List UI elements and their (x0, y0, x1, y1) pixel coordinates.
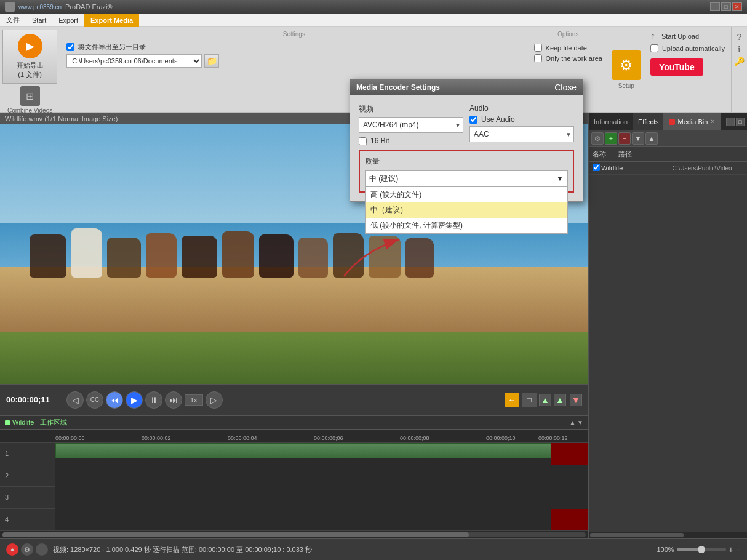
horse-8 (298, 238, 328, 278)
quality-option-medium[interactable]: 中（建议） (366, 202, 567, 218)
goto-start-button[interactable]: ⏮ (106, 391, 123, 409)
tab-information[interactable]: Information (589, 113, 633, 130)
folder-browse-button[interactable]: 📁 (204, 54, 219, 68)
16bit-checkbox[interactable] (359, 137, 367, 145)
panel-down-button[interactable]: ▼ (632, 132, 644, 145)
help-icon[interactable]: ? (737, 32, 742, 42)
quality-dropdown[interactable]: 中 (建议) ▼ 高 (较大的文件) 中（建议） 低 (较小的文件, 计算密集型… (365, 170, 568, 186)
tab-media-bin[interactable]: Media Bin ✕ (664, 113, 721, 130)
quality-option-low[interactable]: 低 (较小的文件, 计算密集型) (366, 218, 567, 233)
horse-2 (71, 228, 102, 278)
horse-10 (369, 236, 401, 278)
audio-label: Audio (469, 104, 574, 113)
scrollbar-track[interactable] (2, 532, 586, 537)
timeline-scrollbar[interactable] (0, 530, 588, 538)
combine-videos-button[interactable]: ⊞ Combine Videos (2, 84, 57, 116)
zoom-in-button[interactable]: ▲ (539, 394, 551, 406)
pause-button[interactable]: ⏸ (145, 391, 162, 409)
list-item[interactable]: Wildlife C:\Users\Public\Video (589, 162, 747, 175)
track-controls: ▲ ▼ (569, 419, 583, 426)
export-button[interactable]: ▶ 开始导出 (1 文件) (2, 30, 57, 84)
quality-option-high[interactable]: 高 (较大的文件) (366, 187, 567, 202)
path-select[interactable]: C:\Users\pc0359.cn-06\Documents (66, 54, 202, 68)
setup-label: Setup (618, 82, 634, 89)
right-panel-scrollbar[interactable] (589, 532, 747, 538)
track-numbers: 1 2 3 4 (0, 443, 55, 530)
export-dir-checkbox[interactable] (66, 43, 74, 51)
zoom-slider-thumb[interactable] (698, 546, 705, 553)
youtube-button[interactable]: YouTube (650, 58, 703, 76)
out-point-button[interactable]: □ (522, 393, 537, 407)
zoom-slider[interactable] (677, 548, 726, 551)
keep-file-date-label: Keep file date (546, 44, 587, 52)
record-button[interactable]: ● (6, 543, 18, 556)
track-content-area (55, 443, 588, 530)
item-checkbox-cell (593, 164, 601, 172)
next-section-button[interactable]: ▷ (206, 391, 223, 409)
tab-effects[interactable]: Effects (633, 113, 664, 130)
panel-remove-button[interactable]: − (618, 132, 631, 145)
audio-codec-select[interactable]: AAC (469, 126, 574, 142)
minus-button[interactable]: − (36, 543, 48, 556)
item-checkbox[interactable] (593, 164, 600, 171)
info-icon[interactable]: ℹ (738, 44, 741, 54)
menu-start[interactable]: Start (26, 14, 52, 27)
menu-export-media[interactable]: Export Media (84, 14, 139, 27)
bottom-bar: ● ⚙ − 视频: 1280×720 · 1.000 0.429 秒 逐行扫描 … (0, 538, 747, 560)
quality-select-box[interactable]: 中 (建议) ▼ (365, 170, 568, 186)
media-encoder-dialog[interactable]: Media Encoder Settings Close 视频 AVC/H264… (350, 79, 583, 202)
tab-media-bin-close[interactable]: ✕ (710, 118, 715, 125)
title-bar: www.pc0359.cn ProDAD Erazi® ─ □ ✕ (0, 0, 747, 14)
quality-arrow-icon: ▼ (556, 174, 564, 183)
only-work-area-checkbox[interactable] (534, 54, 542, 62)
close-button[interactable]: ✕ (732, 2, 742, 11)
upload-auto-checkbox[interactable] (650, 44, 658, 52)
prev-section-button[interactable]: ◁ (66, 391, 84, 409)
panel-up-button[interactable]: ▲ (645, 132, 658, 145)
help-section: ? ℹ 🔑 (732, 27, 747, 112)
minimize-button[interactable]: ─ (710, 2, 720, 11)
zoom-out-button[interactable]: − (736, 545, 741, 554)
menu-file[interactable]: 文件 (0, 14, 26, 27)
zoom-down-button[interactable]: ▼ (570, 394, 582, 406)
next-frame-button[interactable]: ⏭ (165, 391, 182, 409)
quality-label: 质量 (365, 156, 568, 167)
panel-maximize-button[interactable]: □ (736, 118, 745, 126)
dialog-title-bar: Media Encoder Settings Close (350, 79, 583, 95)
only-work-area-label: Only the work area (546, 55, 602, 62)
quality-dropdown-list[interactable]: 高 (较大的文件) 中（建议） 低 (较小的文件, 计算密集型) (365, 186, 568, 234)
use-audio-checkbox[interactable] (469, 116, 477, 124)
horses-group (30, 228, 434, 278)
video-codec-select[interactable]: AVC/H264 (mp4) (359, 117, 463, 133)
upload-section: ↑ Start Upload Upload automatically YouT… (644, 27, 732, 112)
panel-minimize-button[interactable]: ─ (726, 118, 735, 126)
main-clip[interactable] (55, 443, 551, 458)
setup-button[interactable]: ⚙ (612, 50, 641, 80)
ruler-mark-2: 00:00:00;02 (142, 435, 171, 441)
play-button[interactable]: ▶ (126, 391, 143, 409)
in-point-button[interactable]: ← (505, 393, 519, 407)
upload-auto-label: Upload automatically (662, 45, 725, 52)
panel-gear-button[interactable]: ⚙ (591, 132, 604, 145)
video-title: Wildlife.wmv (1/1 Normal Image Size) (5, 115, 118, 122)
scrollbar-thumb[interactable] (2, 532, 469, 537)
zoom-in-button[interactable]: + (729, 545, 733, 554)
subtitle-button[interactable]: CC (86, 391, 103, 409)
settings-label: Settings (66, 31, 521, 38)
menu-export[interactable]: Export (52, 14, 84, 27)
settings-button[interactable]: ⚙ (21, 543, 33, 556)
col-name: 名称 (593, 150, 606, 159)
speed-button[interactable]: 1x (185, 394, 203, 406)
scrollbar-thumb-h[interactable] (590, 533, 684, 537)
zoom-up-button[interactable]: ▲ (554, 394, 566, 406)
media-bin-content[interactable]: Wildlife C:\Users\Public\Video (589, 162, 747, 532)
start-upload-row: ↑ Start Upload (650, 31, 725, 42)
maximize-button[interactable]: □ (721, 2, 731, 11)
track-color-indicator (5, 420, 10, 425)
dialog-close-button[interactable]: Close (554, 82, 577, 92)
keep-file-date-checkbox[interactable] (534, 44, 542, 52)
panel-add-button[interactable]: + (605, 132, 617, 145)
video-label: 视频 (359, 104, 463, 114)
quality-selected-label: 中 (建议) (369, 174, 398, 184)
key-icon[interactable]: 🔑 (734, 57, 745, 66)
